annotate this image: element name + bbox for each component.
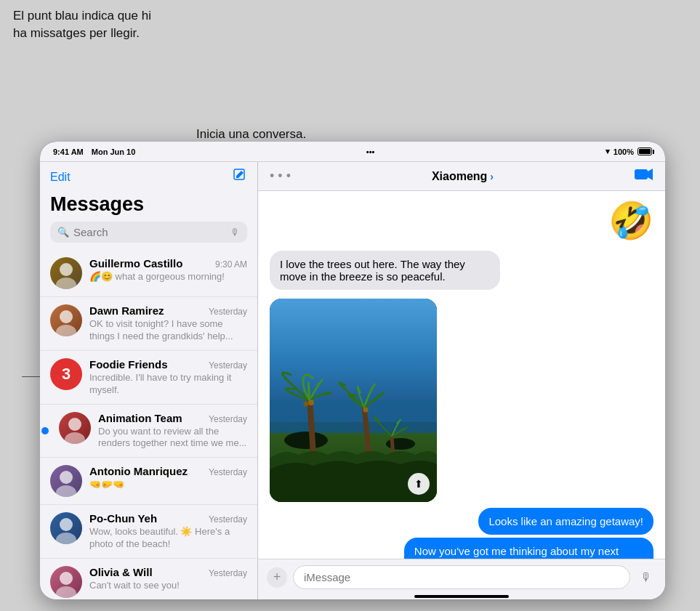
avatar [50,257,82,289]
mic-icon: 🎙 [230,227,240,238]
conv-content: Antonio Manriquez Yesterday 🤜🤛🤜 [89,465,247,491]
mic-button[interactable]: 🎙 [636,567,656,588]
dots-icon: ••• [366,147,375,156]
avatar [50,304,82,336]
list-item[interactable]: 3 Foodie Friends Yesterday Incredible. I… [40,351,257,405]
chat-input-bar: + 🎙 [258,559,665,595]
list-item[interactable]: Animation Team Yesterday Do you want to … [40,405,257,458]
conv-time: Yesterday [209,568,247,578]
conv-preview: 🤜🤛🤜 [89,479,247,491]
svg-point-3 [60,310,73,323]
incoming-image-message: ⬆ [270,299,500,502]
conv-name: Foodie Friends [89,358,168,371]
incoming-message: I love the trees out here. The way they … [270,251,500,293]
svg-point-26 [363,408,369,413]
svg-point-12 [56,586,76,598]
home-indicator [258,595,665,599]
list-item[interactable]: Guillermo Castillo 9:30 AM 🌈😊 what a gor… [40,250,257,297]
wifi-icon: ▾ [606,147,610,156]
dot3: • [286,169,291,184]
search-icon: 🔍 [57,227,69,238]
outgoing-messages: Looks like an amazing getaway! Now you'v… [404,508,653,559]
chevron-right-icon: › [490,171,494,182]
avatar [50,566,82,598]
list-item[interactable]: Dawn Ramirez Yesterday OK to visit tonig… [40,297,257,351]
chat-messages: 🤣 I love the trees out here. The way the… [258,191,665,559]
conv-time: Yesterday [209,467,247,477]
conv-preview: Do you want to review all the renders to… [98,426,247,450]
status-bar-right: ▾ 100% [606,147,652,156]
conv-content: Dawn Ramirez Yesterday OK to visit tonig… [89,304,247,343]
avatar [59,412,91,444]
conv-content: Foodie Friends Yesterday Incredible. I'l… [89,358,247,397]
conv-name: Guillermo Castillo [89,257,182,270]
conv-preview: Can't wait to see you! [89,580,247,592]
svg-point-2 [56,278,76,289]
date: Mon Jun 10 [92,147,136,156]
svg-point-25 [304,402,309,407]
unread-dot [41,427,49,434]
battery-pct: 100% [613,147,634,156]
conv-name: Dawn Ramirez [89,304,164,317]
status-bar-left: 9:41 AM Mon Jun 10 [53,147,135,156]
contact-name[interactable]: Xiaomeng › [432,170,494,183]
svg-marker-18 [648,169,653,180]
list-item[interactable]: Olivia & Will Yesterday Can't wait to se… [40,559,257,599]
outgoing-bubble: Looks like an amazing getaway! [478,508,653,535]
conv-content: Po-Chun Yeh Yesterday Wow, looks beautif… [89,512,247,551]
conv-preview: OK to visit tonight? I have some things … [89,318,247,343]
conv-name: Animation Team [98,412,182,424]
avatar [50,465,82,497]
compose-button[interactable] [233,168,247,186]
annotation-compose: Inicia una conversa. [196,127,306,142]
conv-name: Po-Chun Yeh [89,512,157,525]
search-input[interactable] [73,226,226,238]
conv-time: Yesterday [209,307,247,317]
conversation-list: Guillermo Castillo 9:30 AM 🌈😊 what a gor… [40,250,257,599]
video-call-button[interactable] [635,168,653,185]
status-bar: 9:41 AM Mon Jun 10 ••• ▾ 100% [40,142,665,162]
conv-time: 9:30 AM [215,259,247,270]
conv-time: Yesterday [209,360,247,371]
avatar [50,512,82,544]
svg-point-11 [60,572,73,585]
svg-point-7 [60,471,73,484]
conv-time: Yesterday [209,414,247,424]
svg-point-1 [60,263,73,276]
annotation-blue-dot: El punt blau indica que hi ha missatges … [13,7,158,42]
beach-photo [270,299,437,502]
share-button[interactable]: ⬆ [408,473,430,495]
avatar: 3 [50,358,82,390]
conv-preview: Wow, looks beautiful. ☀️ Here's a photo … [89,526,247,551]
conv-content: Olivia & Will Yesterday Can't wait to se… [89,566,247,592]
add-button[interactable]: + [267,567,287,588]
list-item[interactable]: Antonio Manriquez Yesterday 🤜🤛🤜 [40,458,257,505]
dot2: • [278,169,282,184]
message-input[interactable] [293,565,630,589]
svg-point-9 [60,518,73,531]
emoji-reaction: 🤣 [608,200,653,242]
svg-point-10 [56,533,76,544]
time: 9:41 AM [53,147,84,156]
list-item[interactable]: Po-Chun Yeh Yesterday Wow, looks beautif… [40,505,257,559]
conv-name: Antonio Manriquez [89,465,188,477]
message-bubble: I love the trees out here. The way they … [270,251,500,290]
chat-panel: • • • Xiaomeng › 🤣 [258,162,665,599]
status-bar-center: ••• [366,147,375,156]
svg-rect-17 [635,169,648,179]
svg-point-22 [284,432,328,449]
image-attachment[interactable]: ⬆ [270,299,437,502]
conv-time: Yesterday [209,514,247,525]
dot1: • [270,169,274,184]
conv-name: Olivia & Will [89,566,153,578]
conv-content: Guillermo Castillo 9:30 AM 🌈😊 what a gor… [89,257,247,283]
svg-point-5 [68,418,81,431]
compose-icon [233,168,247,182]
conv-content: Animation Team Yesterday Do you want to … [98,412,247,450]
svg-point-8 [56,485,76,497]
edit-button[interactable]: Edit [50,171,71,184]
svg-point-24 [308,400,314,405]
search-bar[interactable]: 🔍 🎙 [50,222,247,243]
app-body: Edit Messages 🔍 🎙 [40,162,665,599]
sidebar-header: Edit [40,162,257,190]
